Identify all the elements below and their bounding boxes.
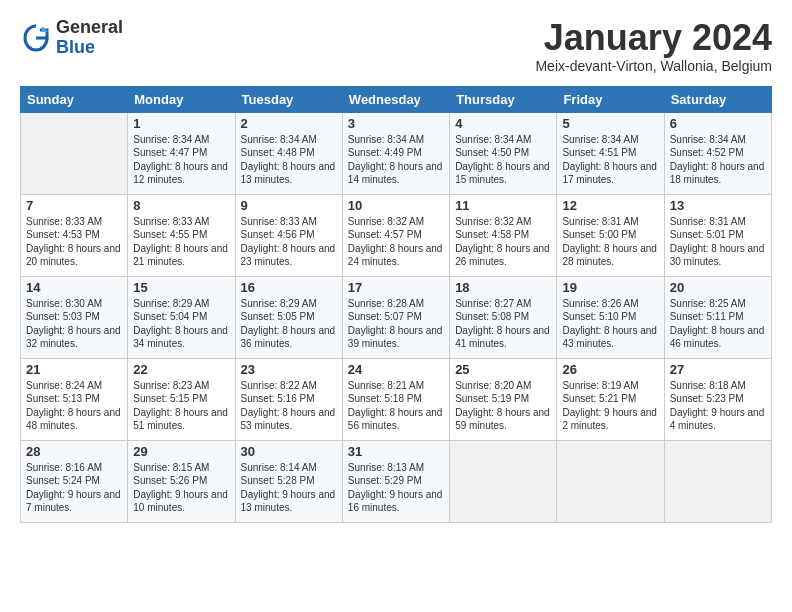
day-number: 5 bbox=[562, 116, 658, 131]
day-number: 9 bbox=[241, 198, 337, 213]
day-info: Sunrise: 8:33 AMSunset: 4:56 PMDaylight:… bbox=[241, 215, 337, 269]
day-info: Sunrise: 8:22 AMSunset: 5:16 PMDaylight:… bbox=[241, 379, 337, 433]
day-number: 27 bbox=[670, 362, 766, 377]
day-number: 14 bbox=[26, 280, 122, 295]
day-number: 23 bbox=[241, 362, 337, 377]
calendar-cell: 28Sunrise: 8:16 AMSunset: 5:24 PMDayligh… bbox=[21, 440, 128, 522]
calendar-cell: 20Sunrise: 8:25 AMSunset: 5:11 PMDayligh… bbox=[664, 276, 771, 358]
day-info: Sunrise: 8:30 AMSunset: 5:03 PMDaylight:… bbox=[26, 297, 122, 351]
calendar-cell: 11Sunrise: 8:32 AMSunset: 4:58 PMDayligh… bbox=[450, 194, 557, 276]
day-number: 2 bbox=[241, 116, 337, 131]
day-info: Sunrise: 8:32 AMSunset: 4:57 PMDaylight:… bbox=[348, 215, 444, 269]
day-info: Sunrise: 8:34 AMSunset: 4:48 PMDaylight:… bbox=[241, 133, 337, 187]
day-info: Sunrise: 8:31 AMSunset: 5:00 PMDaylight:… bbox=[562, 215, 658, 269]
day-info: Sunrise: 8:26 AMSunset: 5:10 PMDaylight:… bbox=[562, 297, 658, 351]
calendar-cell bbox=[21, 112, 128, 194]
day-number: 7 bbox=[26, 198, 122, 213]
day-number: 31 bbox=[348, 444, 444, 459]
calendar-cell: 1Sunrise: 8:34 AMSunset: 4:47 PMDaylight… bbox=[128, 112, 235, 194]
day-number: 6 bbox=[670, 116, 766, 131]
day-number: 13 bbox=[670, 198, 766, 213]
day-number: 24 bbox=[348, 362, 444, 377]
day-number: 16 bbox=[241, 280, 337, 295]
calendar-cell: 19Sunrise: 8:26 AMSunset: 5:10 PMDayligh… bbox=[557, 276, 664, 358]
weekday-header: Thursday bbox=[450, 86, 557, 112]
day-info: Sunrise: 8:33 AMSunset: 4:55 PMDaylight:… bbox=[133, 215, 229, 269]
calendar-cell: 3Sunrise: 8:34 AMSunset: 4:49 PMDaylight… bbox=[342, 112, 449, 194]
day-number: 4 bbox=[455, 116, 551, 131]
day-info: Sunrise: 8:20 AMSunset: 5:19 PMDaylight:… bbox=[455, 379, 551, 433]
day-info: Sunrise: 8:34 AMSunset: 4:52 PMDaylight:… bbox=[670, 133, 766, 187]
page-container: General Blue January 2024 Meix-devant-Vi… bbox=[0, 0, 792, 533]
day-info: Sunrise: 8:34 AMSunset: 4:51 PMDaylight:… bbox=[562, 133, 658, 187]
day-info: Sunrise: 8:19 AMSunset: 5:21 PMDaylight:… bbox=[562, 379, 658, 433]
calendar-cell bbox=[664, 440, 771, 522]
day-info: Sunrise: 8:23 AMSunset: 5:15 PMDaylight:… bbox=[133, 379, 229, 433]
day-number: 3 bbox=[348, 116, 444, 131]
day-number: 30 bbox=[241, 444, 337, 459]
day-number: 19 bbox=[562, 280, 658, 295]
day-number: 11 bbox=[455, 198, 551, 213]
day-number: 28 bbox=[26, 444, 122, 459]
day-info: Sunrise: 8:28 AMSunset: 5:07 PMDaylight:… bbox=[348, 297, 444, 351]
day-info: Sunrise: 8:16 AMSunset: 5:24 PMDaylight:… bbox=[26, 461, 122, 515]
day-info: Sunrise: 8:14 AMSunset: 5:28 PMDaylight:… bbox=[241, 461, 337, 515]
calendar-cell: 7Sunrise: 8:33 AMSunset: 4:53 PMDaylight… bbox=[21, 194, 128, 276]
day-info: Sunrise: 8:32 AMSunset: 4:58 PMDaylight:… bbox=[455, 215, 551, 269]
day-number: 18 bbox=[455, 280, 551, 295]
calendar-cell: 22Sunrise: 8:23 AMSunset: 5:15 PMDayligh… bbox=[128, 358, 235, 440]
day-number: 29 bbox=[133, 444, 229, 459]
day-info: Sunrise: 8:15 AMSunset: 5:26 PMDaylight:… bbox=[133, 461, 229, 515]
day-number: 1 bbox=[133, 116, 229, 131]
weekday-header: Tuesday bbox=[235, 86, 342, 112]
calendar-header: SundayMondayTuesdayWednesdayThursdayFrid… bbox=[21, 86, 772, 112]
weekday-header: Monday bbox=[128, 86, 235, 112]
day-info: Sunrise: 8:27 AMSunset: 5:08 PMDaylight:… bbox=[455, 297, 551, 351]
calendar-cell: 30Sunrise: 8:14 AMSunset: 5:28 PMDayligh… bbox=[235, 440, 342, 522]
calendar-cell: 14Sunrise: 8:30 AMSunset: 5:03 PMDayligh… bbox=[21, 276, 128, 358]
calendar-cell: 25Sunrise: 8:20 AMSunset: 5:19 PMDayligh… bbox=[450, 358, 557, 440]
day-number: 20 bbox=[670, 280, 766, 295]
day-info: Sunrise: 8:18 AMSunset: 5:23 PMDaylight:… bbox=[670, 379, 766, 433]
day-info: Sunrise: 8:33 AMSunset: 4:53 PMDaylight:… bbox=[26, 215, 122, 269]
calendar-cell: 27Sunrise: 8:18 AMSunset: 5:23 PMDayligh… bbox=[664, 358, 771, 440]
calendar-cell: 23Sunrise: 8:22 AMSunset: 5:16 PMDayligh… bbox=[235, 358, 342, 440]
calendar-cell: 26Sunrise: 8:19 AMSunset: 5:21 PMDayligh… bbox=[557, 358, 664, 440]
logo-icon bbox=[20, 22, 52, 54]
weekday-header: Saturday bbox=[664, 86, 771, 112]
calendar-week-row: 14Sunrise: 8:30 AMSunset: 5:03 PMDayligh… bbox=[21, 276, 772, 358]
calendar-cell: 6Sunrise: 8:34 AMSunset: 4:52 PMDaylight… bbox=[664, 112, 771, 194]
calendar-cell: 31Sunrise: 8:13 AMSunset: 5:29 PMDayligh… bbox=[342, 440, 449, 522]
calendar-cell: 12Sunrise: 8:31 AMSunset: 5:00 PMDayligh… bbox=[557, 194, 664, 276]
day-info: Sunrise: 8:34 AMSunset: 4:50 PMDaylight:… bbox=[455, 133, 551, 187]
day-info: Sunrise: 8:29 AMSunset: 5:05 PMDaylight:… bbox=[241, 297, 337, 351]
day-number: 17 bbox=[348, 280, 444, 295]
calendar-cell: 29Sunrise: 8:15 AMSunset: 5:26 PMDayligh… bbox=[128, 440, 235, 522]
logo-general: General bbox=[56, 18, 123, 38]
calendar-cell: 17Sunrise: 8:28 AMSunset: 5:07 PMDayligh… bbox=[342, 276, 449, 358]
day-number: 21 bbox=[26, 362, 122, 377]
calendar-cell bbox=[450, 440, 557, 522]
calendar-cell: 16Sunrise: 8:29 AMSunset: 5:05 PMDayligh… bbox=[235, 276, 342, 358]
logo-blue: Blue bbox=[56, 38, 123, 58]
day-info: Sunrise: 8:21 AMSunset: 5:18 PMDaylight:… bbox=[348, 379, 444, 433]
day-number: 25 bbox=[455, 362, 551, 377]
location: Meix-devant-Virton, Wallonia, Belgium bbox=[535, 58, 772, 74]
calendar-cell: 2Sunrise: 8:34 AMSunset: 4:48 PMDaylight… bbox=[235, 112, 342, 194]
day-info: Sunrise: 8:31 AMSunset: 5:01 PMDaylight:… bbox=[670, 215, 766, 269]
day-number: 10 bbox=[348, 198, 444, 213]
weekday-header: Wednesday bbox=[342, 86, 449, 112]
calendar-cell bbox=[557, 440, 664, 522]
calendar-cell: 4Sunrise: 8:34 AMSunset: 4:50 PMDaylight… bbox=[450, 112, 557, 194]
calendar-cell: 13Sunrise: 8:31 AMSunset: 5:01 PMDayligh… bbox=[664, 194, 771, 276]
weekday-row: SundayMondayTuesdayWednesdayThursdayFrid… bbox=[21, 86, 772, 112]
day-number: 12 bbox=[562, 198, 658, 213]
page-header: General Blue January 2024 Meix-devant-Vi… bbox=[20, 18, 772, 74]
calendar-table: SundayMondayTuesdayWednesdayThursdayFrid… bbox=[20, 86, 772, 523]
calendar-cell: 21Sunrise: 8:24 AMSunset: 5:13 PMDayligh… bbox=[21, 358, 128, 440]
weekday-header: Sunday bbox=[21, 86, 128, 112]
weekday-header: Friday bbox=[557, 86, 664, 112]
calendar-cell: 5Sunrise: 8:34 AMSunset: 4:51 PMDaylight… bbox=[557, 112, 664, 194]
calendar-week-row: 21Sunrise: 8:24 AMSunset: 5:13 PMDayligh… bbox=[21, 358, 772, 440]
title-section: January 2024 Meix-devant-Virton, Walloni… bbox=[535, 18, 772, 74]
